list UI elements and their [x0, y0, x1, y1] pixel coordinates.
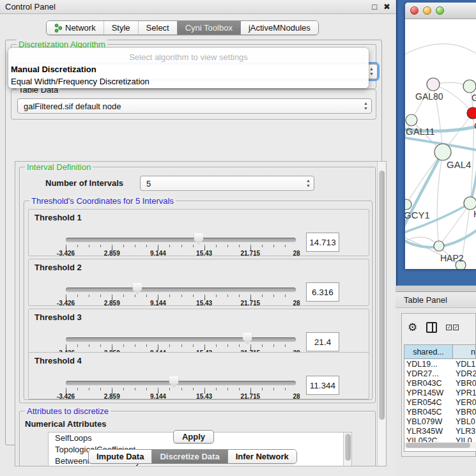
slider-tick-labels: -3.426 2.859 9.144 15.43 21.715 28 — [66, 298, 296, 307]
table-row[interactable]: YDL19... YDL1 — [404, 359, 476, 369]
table-row[interactable]: YBR043C YBR0 — [404, 378, 476, 388]
tab-infer-network[interactable]: Infer Network — [227, 450, 296, 463]
minimize-traffic-light-icon[interactable] — [423, 6, 431, 15]
threshold-row-3: Threshold 3 -3.426 2.859 9.144 15.43 21.… — [28, 309, 369, 356]
slider-tick-labels: -3.426 2.859 9.144 15.43 21.715 28 — [66, 392, 296, 400]
table-row[interactable]: YBL079W YBL0 — [404, 417, 476, 426]
tab-cyni-toolbox[interactable]: Cyni Toolbox — [177, 21, 240, 35]
threshold-4-slider[interactable] — [66, 381, 296, 385]
threshold-1-label: Threshold 1 — [35, 213, 82, 222]
threshold-3-slider[interactable] — [66, 337, 296, 342]
list-scrollbar[interactable] — [343, 433, 351, 466]
tab-style-label: Style — [112, 23, 130, 33]
zoom-traffic-light-icon[interactable] — [436, 6, 444, 15]
threshold-2-value-field[interactable]: 6.316 — [306, 282, 339, 302]
node-label-hap2: HAP2 — [440, 253, 464, 263]
threshold-1-slider[interactable] — [66, 238, 296, 242]
right-region: GAL80 G C GAL11 GAL4 GCY1 H HAP2 Table P… — [395, 0, 476, 476]
node-label-gcy1: GCY1 — [405, 210, 430, 220]
interval-definition-group: Interval Definition Number of Intervals … — [19, 167, 376, 403]
tab-impute-data[interactable]: Impute Data — [89, 450, 151, 463]
table-horizontal-scrollbar[interactable] — [404, 442, 476, 449]
table-row[interactable]: YBR045C YBR0 — [404, 407, 476, 417]
interval-definition-title: Interval Definition — [25, 162, 93, 172]
threshold-4-value-field[interactable]: 11.344 — [306, 376, 339, 395]
node-label-h: H — [473, 208, 476, 219]
checkbox-icon[interactable]: ✓ — [446, 325, 452, 330]
tab-jactivemnodules-label: jActiveMNodules — [249, 23, 311, 33]
tab-network-label: Network — [65, 23, 96, 33]
number-of-intervals-value: 5 — [146, 179, 151, 188]
threshold-1-value-field[interactable]: 14.713 — [306, 233, 339, 252]
number-of-intervals-label: Number of Intervals — [45, 178, 123, 188]
threshold-row-2: Threshold 2 -3.426 2.859 9.144 15.43 21.… — [28, 259, 369, 306]
table-data-group: Table Data galFiltered.sif default node … — [11, 89, 376, 119]
node-label-gal80: GAL80 — [415, 91, 443, 102]
table-data-combobox[interactable]: galFiltered.sif default node ▲▼ — [17, 98, 372, 114]
threshold-row-1: Threshold 1 -3.426 2.859 9.144 15.43 21.… — [28, 209, 369, 256]
node-label-g: G — [472, 93, 476, 103]
stepper-arrows-icon: ▲▼ — [364, 101, 368, 111]
tab-select[interactable]: Select — [138, 21, 177, 35]
column-header-shared[interactable]: shared... — [404, 345, 453, 358]
close-icon[interactable]: ✖ — [383, 2, 390, 12]
node-label-gal11: GAL11 — [406, 126, 435, 137]
slider-thumb[interactable] — [243, 333, 252, 344]
table-panel-titlebar: Table Panel — [395, 291, 476, 308]
tab-network[interactable]: Network — [47, 21, 104, 35]
table-toolbar: ⚙ ✓ ✓ — [402, 314, 475, 341]
bottom-tab-bar: Impute Data Discretize Data Infer Networ… — [88, 449, 297, 464]
panel-title: Control Panel — [5, 2, 56, 12]
thresholds-group: Threshold's Coordinates for 5 Intervals … — [24, 201, 372, 400]
gear-icon[interactable]: ⚙ — [408, 321, 417, 334]
network-canvas[interactable]: GAL80 G C GAL11 GAL4 GCY1 H HAP2 — [405, 19, 476, 269]
threshold-4-label: Threshold 4 — [35, 356, 82, 365]
panel-titlebar: Control Panel □ ✖ — [0, 0, 395, 14]
table-panel-title: Table Panel — [404, 295, 447, 305]
table-header-row: shared... n — [404, 345, 476, 359]
stepper-arrows-icon: ▲▼ — [369, 66, 374, 77]
threshold-3-value-field[interactable]: 21.4 — [306, 332, 339, 351]
control-panel: Control Panel □ ✖ Network Style Select C… — [0, 0, 395, 476]
tab-style[interactable]: Style — [104, 21, 138, 35]
dropdown-hint: Select algorithm to view settings — [8, 51, 369, 63]
table-row[interactable]: YPR145W YPR1 — [404, 388, 476, 397]
split-view-icon[interactable] — [426, 322, 437, 333]
network-window: GAL80 G C GAL11 GAL4 GCY1 H HAP2 — [405, 3, 476, 269]
tab-jactivemnodules[interactable]: jActiveMNodules — [240, 21, 318, 35]
settings-scrollbar[interactable] — [377, 162, 386, 466]
network-window-frame: GAL80 G C GAL11 GAL4 GCY1 H HAP2 — [396, 0, 476, 286]
table-row[interactable]: YLR345W YLR3 — [404, 426, 476, 436]
slider-thumb[interactable] — [194, 233, 203, 245]
close-traffic-light-icon[interactable] — [410, 6, 418, 15]
table-row[interactable]: YDR27... YDR2 — [404, 369, 476, 378]
column-header-name[interactable]: n — [453, 345, 476, 358]
tab-discretize-data[interactable]: Discretize Data — [151, 450, 227, 463]
dropdown-option-equal-width[interactable]: Equal Width/Frequency Discretization — [8, 75, 369, 88]
threshold-3-label: Threshold 3 — [35, 312, 82, 322]
number-of-intervals-combobox[interactable]: 5 ▲▼ — [140, 176, 314, 191]
table-row[interactable]: YER054C YER0 — [404, 397, 476, 407]
table-data-value: galFiltered.sif default node — [24, 102, 121, 111]
slider-tick-labels: -3.426 2.859 9.144 15.43 21.715 28 — [66, 249, 296, 257]
checkbox-icon[interactable]: ✓ — [453, 325, 459, 330]
threshold-2-label: Threshold 2 — [35, 263, 82, 272]
float-window-icon[interactable]: □ — [372, 2, 377, 12]
thresholds-title: Threshold's Coordinates for 5 Intervals — [29, 196, 176, 206]
top-tab-bar: Network Style Select Cyni Toolbox jActiv… — [46, 20, 319, 35]
stepper-arrows-icon: ▲▼ — [306, 178, 311, 188]
algorithm-dropdown-popup: Select algorithm to view settings Manual… — [8, 48, 369, 88]
slider-thumb[interactable] — [169, 376, 179, 388]
tab-cyni-toolbox-label: Cyni Toolbox — [185, 23, 233, 33]
settings-scrollpane: Interval Definition Number of Intervals … — [15, 161, 387, 466]
network-icon — [54, 24, 63, 33]
node-label-gal4: GAL4 — [447, 159, 471, 170]
threshold-2-slider[interactable] — [66, 288, 296, 292]
slider-thumb[interactable] — [132, 283, 142, 295]
node-table: shared... n YDL19... YDL1 YDR27... YDR2 … — [404, 344, 476, 452]
apply-button[interactable]: Apply — [173, 430, 214, 443]
dropdown-option-manual[interactable]: Manual Discretization — [8, 63, 369, 75]
numerical-attributes-label: Numerical Attributes — [25, 419, 106, 429]
cyni-content-frame: Discretization Algorithm ▲▼ Table Data g… — [5, 40, 382, 445]
attributes-title: Attributes to discretize — [25, 406, 111, 416]
